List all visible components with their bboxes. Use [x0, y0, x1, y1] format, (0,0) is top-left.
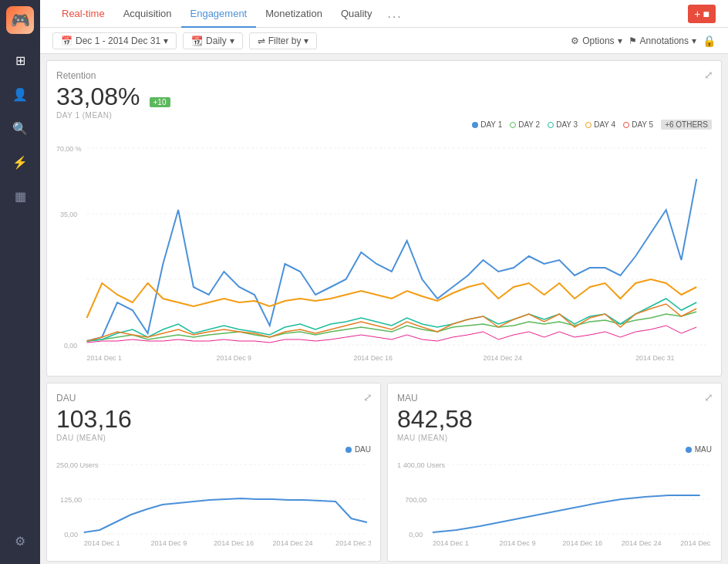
tab-monetization[interactable]: Monetization [256, 0, 332, 28]
sidebar-icon-chart[interactable]: ▦ [6, 182, 34, 210]
svg-text:2014 Dec 16: 2014 Dec 16 [214, 539, 254, 547]
retention-badge: +10 [150, 97, 170, 107]
nav-actions: +■ [688, 5, 716, 23]
retention-value: 33,08% [56, 84, 140, 109]
flag-icon: ⚑ [629, 35, 637, 46]
filter-bar-right: ⚙ Options ▾ ⚑ Annotations ▾ 🔒 [571, 35, 716, 47]
svg-text:2014 Dec 24: 2014 Dec 24 [273, 539, 313, 547]
svg-text:2014 Dec 16: 2014 Dec 16 [353, 354, 392, 362]
dau-chart-svg: 250,00 Users 125,00 0,00 2014 Dec 1 2014… [56, 457, 371, 549]
lock-icon: 🔒 [703, 35, 716, 47]
svg-text:2014 Dec 9: 2014 Dec 9 [217, 354, 251, 362]
mau-value: 842,58 [397, 407, 712, 431]
svg-text:2014 Dec 31: 2014 Dec 31 [635, 354, 674, 362]
gear-icon: ⚙ [571, 35, 579, 46]
tab-acquisition[interactable]: Acquisition [114, 0, 181, 28]
sidebar-icon-dashboard[interactable]: ⊞ [6, 46, 34, 74]
svg-text:2014 Dec 1: 2014 Dec 1 [87, 354, 122, 362]
tab-quality[interactable]: Quality [332, 0, 381, 28]
svg-text:2014 Dec 9: 2014 Dec 9 [150, 539, 187, 547]
svg-text:2014 Dec 24: 2014 Dec 24 [483, 354, 521, 362]
tab-realtime[interactable]: Real-time [52, 0, 114, 28]
sidebar-icon-filter[interactable]: ⚡ [6, 148, 34, 176]
svg-text:2014 Dec 1: 2014 Dec 1 [84, 539, 120, 547]
chevron-down-icon-5: ▾ [692, 35, 696, 46]
svg-text:1 400,00 Users: 1 400,00 Users [397, 461, 446, 469]
svg-text:700,00: 700,00 [405, 496, 426, 504]
legend-others: +6 OTHERS [661, 120, 712, 130]
mau-legend-label: MAU [695, 445, 712, 454]
chevron-down-icon-4: ▾ [618, 35, 622, 46]
sidebar: 🎮 ⊞ 👤 🔍 ⚡ ▦ ⚙ [0, 0, 40, 564]
calendar-icon: 📅 [61, 35, 72, 46]
retention-chart: 70,00 % 35,00 0,00 2014 Dec 1 2014 Dec 9… [56, 133, 712, 366]
svg-text:250,00 Users: 250,00 Users [56, 461, 99, 469]
dau-legend-dot [345, 447, 352, 453]
svg-text:2014 Dec 31: 2014 Dec 31 [335, 539, 371, 547]
retention-legend: DAY 1 DAY 2 DAY 3 DAY 4 DAY 5 [56, 120, 712, 130]
legend-day4: DAY 4 [585, 120, 615, 129]
mau-expand-button[interactable]: ⤢ [704, 391, 713, 404]
svg-text:2014 Dec 24: 2014 Dec 24 [622, 539, 662, 547]
dau-title: DAU [56, 393, 371, 404]
dau-card: DAU ⤢ 103,16 DAU (MEAN) DAU 250,00 Users… [46, 383, 381, 562]
svg-text:0,00: 0,00 [64, 531, 78, 539]
svg-text:2014 Dec 31: 2014 Dec 31 [680, 539, 712, 547]
dau-sub: DAU (MEAN) [56, 434, 371, 442]
svg-text:0,00: 0,00 [409, 531, 423, 539]
legend-day1: DAY 1 [472, 120, 502, 129]
filter-bar: 📅 Dec 1 - 2014 Dec 31 ▾ 📆 Daily ▾ ⇌ Filt… [40, 28, 728, 54]
granularity-picker[interactable]: 📆 Daily ▾ [183, 32, 243, 49]
filter-icon: ⇌ [258, 35, 265, 46]
svg-text:70,00 %: 70,00 % [56, 145, 82, 153]
retention-card: Retention ⤢ 33,08% +10 DAY 1 (MEAN) DAY … [46, 60, 722, 377]
mau-sub: MAU (MEAN) [397, 434, 712, 442]
add-button[interactable]: +■ [688, 5, 716, 23]
app-logo: 🎮 [6, 6, 34, 34]
date-range-picker[interactable]: 📅 Dec 1 - 2014 Dec 31 ▾ [52, 32, 177, 49]
calendar-small-icon: 📆 [191, 35, 203, 46]
retention-title: Retention [56, 70, 712, 81]
retention-sub: DAY 1 (MEAN) [56, 111, 712, 120]
bottom-charts-row: DAU ⤢ 103,16 DAU (MEAN) DAU 250,00 Users… [46, 383, 722, 562]
sidebar-icon-search[interactable]: 🔍 [6, 114, 34, 142]
svg-text:2014 Dec 1: 2014 Dec 1 [433, 539, 469, 547]
chevron-down-icon-3: ▾ [304, 35, 308, 46]
nav-more-button[interactable]: ... [381, 0, 408, 28]
svg-text:35,00: 35,00 [60, 211, 77, 218]
chevron-down-icon-2: ▾ [230, 35, 234, 46]
dau-expand-button[interactable]: ⤢ [363, 391, 372, 404]
filter-by-picker[interactable]: ⇌ Filter by ▾ [249, 32, 318, 49]
svg-text:0,00: 0,00 [64, 342, 77, 350]
mau-card: MAU ⤢ 842,58 MAU (MEAN) MAU 1 400,00 Use… [387, 383, 722, 562]
svg-text:2014 Dec 9: 2014 Dec 9 [500, 539, 536, 547]
retention-expand-button[interactable]: ⤢ [704, 69, 713, 81]
annotations-button[interactable]: ⚑ Annotations ▾ [629, 35, 696, 46]
dau-legend-label: DAU [355, 445, 371, 454]
options-button[interactable]: ⚙ Options ▾ [571, 35, 622, 46]
chevron-down-icon: ▾ [163, 35, 168, 46]
sidebar-icon-settings[interactable]: ⚙ [6, 527, 34, 555]
mau-legend-dot [686, 447, 692, 453]
mau-title: MAU [397, 393, 712, 404]
content-area: Retention ⤢ 33,08% +10 DAY 1 (MEAN) DAY … [40, 54, 728, 564]
legend-day3: DAY 3 [548, 120, 578, 129]
legend-day2: DAY 2 [510, 120, 540, 129]
sidebar-icon-users[interactable]: 👤 [6, 80, 34, 108]
top-navigation: Real-time Acquisition Engagement Monetiz… [40, 0, 728, 28]
legend-day5: DAY 5 [623, 120, 653, 129]
tab-engagement[interactable]: Engagement [181, 0, 257, 28]
mau-chart-svg: 1 400,00 Users 700,00 0,00 2014 Dec 1 20… [397, 457, 712, 549]
dau-value: 103,16 [56, 407, 371, 431]
svg-text:125,00: 125,00 [60, 496, 82, 504]
svg-text:2014 Dec 16: 2014 Dec 16 [562, 539, 602, 547]
main-content: Real-time Acquisition Engagement Monetiz… [40, 0, 728, 564]
